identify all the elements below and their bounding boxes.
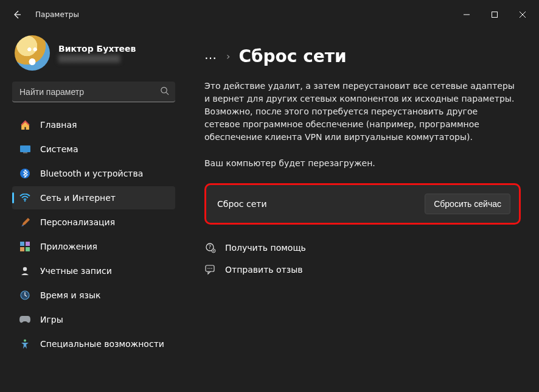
breadcrumb-ellipsis[interactable]: …: [204, 47, 218, 66]
sidebar-item-time-language[interactable]: Время и язык: [12, 284, 175, 307]
search-box[interactable]: [12, 82, 175, 102]
sidebar-item-label: Сеть и Интернет: [40, 193, 116, 203]
sidebar-item-home[interactable]: Главная: [12, 113, 175, 136]
svg-point-10: [23, 267, 27, 271]
help-links: ? Получить помощь Отправить отзыв: [204, 242, 521, 276]
sidebar-item-system[interactable]: Система: [12, 138, 175, 161]
window-controls: [453, 5, 537, 24]
svg-point-18: [209, 268, 210, 269]
close-icon: [520, 12, 526, 18]
close-button[interactable]: [509, 5, 537, 24]
sidebar: Виктор Бухтеев ████████████ Главная Сист…: [0, 29, 183, 392]
sidebar-item-gaming[interactable]: Игры: [12, 308, 175, 331]
reset-now-button[interactable]: Сбросить сейчас: [425, 194, 510, 214]
apps-icon: [19, 241, 30, 252]
chevron-right-icon: ›: [226, 51, 230, 62]
avatar: [15, 35, 50, 71]
gamepad-icon: [19, 314, 30, 325]
nav-list: Главная Система Bluetooth и устройства С…: [12, 113, 175, 355]
sidebar-item-apps[interactable]: Приложения: [12, 235, 175, 258]
network-reset-row: Сброс сети Сбросить сейчас: [204, 183, 521, 225]
user-name: Виктор Бухтеев: [58, 44, 136, 54]
link-label: Получить помощь: [225, 243, 306, 253]
svg-rect-9: [26, 247, 30, 251]
svg-point-5: [24, 200, 26, 202]
get-help-link[interactable]: ? Получить помощь: [204, 242, 521, 254]
user-profile[interactable]: Виктор Бухтеев ████████████: [12, 29, 175, 82]
sidebar-item-label: Время и язык: [40, 290, 100, 300]
accessibility-icon: [19, 338, 30, 349]
svg-rect-2: [20, 145, 30, 152]
system-icon: [19, 144, 30, 155]
home-icon: [19, 119, 30, 130]
account-icon: [19, 265, 30, 276]
send-feedback-link[interactable]: Отправить отзыв: [204, 264, 521, 276]
svg-point-12: [24, 339, 26, 341]
svg-point-17: [207, 268, 209, 269]
svg-rect-0: [492, 12, 498, 18]
link-label: Отправить отзыв: [225, 265, 302, 275]
sidebar-item-label: Приложения: [40, 242, 97, 251]
sidebar-item-label: Игры: [40, 315, 63, 324]
back-button[interactable]: [6, 4, 28, 26]
sidebar-item-bluetooth[interactable]: Bluetooth и устройства: [12, 162, 175, 185]
minimize-button[interactable]: [453, 5, 481, 24]
sidebar-item-network[interactable]: Сеть и Интернет: [12, 186, 175, 209]
user-email: ████████████: [58, 55, 136, 63]
svg-point-1: [161, 87, 167, 93]
sidebar-item-label: Персонализация: [40, 217, 115, 227]
sidebar-item-label: Bluetooth и устройства: [40, 169, 143, 178]
window-title: Параметры: [35, 10, 79, 19]
sidebar-item-label: Специальные возможности: [40, 339, 164, 349]
restart-note: Ваш компьютер будет перезагружен.: [204, 157, 515, 170]
sidebar-item-label: Главная: [40, 120, 77, 130]
sidebar-item-label: Учетные записи: [40, 266, 112, 276]
help-icon: ?: [204, 242, 217, 254]
sidebar-item-label: Система: [40, 144, 78, 154]
page-title: Сброс сети: [238, 46, 346, 66]
search-icon: [160, 86, 169, 98]
feedback-icon: [204, 264, 217, 276]
titlebar: Параметры: [0, 0, 539, 29]
svg-rect-7: [26, 242, 30, 246]
breadcrumb: … › Сброс сети: [204, 46, 521, 66]
clock-globe-icon: [19, 290, 30, 301]
maximize-icon: [492, 12, 498, 18]
main-content: … › Сброс сети Это действие удалит, а за…: [183, 29, 539, 392]
svg-rect-8: [20, 247, 24, 251]
reset-row-label: Сброс сети: [217, 199, 267, 209]
brush-icon: [19, 217, 30, 228]
sidebar-item-personalization[interactable]: Персонализация: [12, 211, 175, 234]
svg-text:?: ?: [209, 244, 212, 250]
svg-rect-6: [20, 242, 24, 246]
wifi-icon: [19, 192, 30, 203]
minimize-icon: [464, 12, 470, 18]
arrow-left-icon: [12, 10, 22, 19]
maximize-button[interactable]: [481, 5, 509, 24]
search-input[interactable]: [12, 82, 175, 102]
sidebar-item-accounts[interactable]: Учетные записи: [12, 259, 175, 282]
sidebar-item-accessibility[interactable]: Специальные возможности: [12, 332, 175, 355]
bluetooth-icon: [19, 168, 30, 179]
description-text: Это действие удалит, а затем переустанов…: [204, 80, 515, 144]
svg-rect-3: [23, 152, 27, 153]
svg-point-19: [211, 268, 212, 269]
